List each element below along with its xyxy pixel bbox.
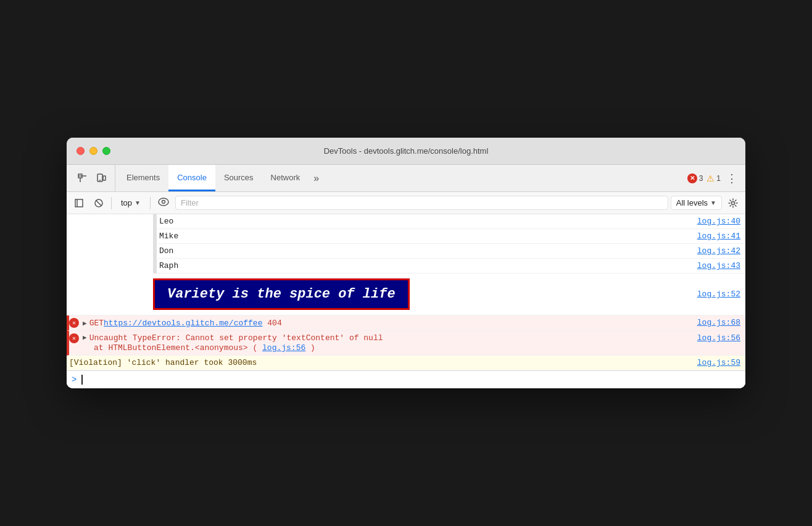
window-title: DevTools - devtools.glitch.me/console/lo…: [324, 146, 489, 156]
minimize-button[interactable]: [89, 147, 97, 155]
device-icon[interactable]: [93, 170, 110, 187]
log-levels-selector[interactable]: All levels ▼: [671, 196, 722, 210]
eye-icon[interactable]: [154, 198, 173, 209]
svg-rect-2: [103, 176, 106, 180]
error-icon-2: ✕: [69, 333, 79, 343]
input-prompt: >: [72, 375, 77, 385]
console-input-row: >: [67, 370, 745, 388]
variety-content: Variety is the spice of life: [153, 278, 685, 310]
expand-arrow-icon[interactable]: ▶: [83, 319, 87, 327]
tab-icon-group: [69, 165, 115, 191]
tab-console[interactable]: Console: [168, 165, 215, 191]
console-row: Don log.js:42: [157, 244, 745, 259]
variety-row: Variety is the spice of life log.js:52: [67, 273, 745, 315]
error-row-typeerror: ✕ ▶ Uncaught TypeError: Cannot set prope…: [67, 331, 745, 356]
filter-input[interactable]: [175, 196, 668, 210]
svg-line-7: [96, 200, 102, 206]
svg-point-8: [159, 198, 168, 206]
tab-sources[interactable]: Sources: [215, 165, 262, 191]
context-selector[interactable]: top ▼: [115, 196, 146, 210]
error-row-line2: at HTMLButtonElement.<anonymous> ( log.j…: [69, 343, 315, 353]
devtools-panel: Elements Console Sources Network » ✕ 3 ⚠: [67, 165, 745, 388]
tab-network[interactable]: Network: [262, 165, 309, 191]
tab-bar: Elements Console Sources Network » ✕ 3 ⚠: [67, 165, 745, 192]
error-row-get: ✕ ▶ GET https://devtools.glitch.me/coffe…: [67, 315, 745, 331]
sidebar-toggle-button[interactable]: [70, 194, 88, 212]
toolbar-divider-2: [150, 197, 151, 209]
tab-right-actions: ✕ 3 ⚠ 1 ⋮: [687, 165, 743, 191]
source-link-2[interactable]: log.js:56: [685, 333, 740, 343]
traffic-lights: [77, 147, 110, 155]
warning-triangle-icon: ⚠: [706, 173, 715, 183]
devtools-menu-button[interactable]: ⋮: [724, 171, 739, 186]
svg-point-10: [732, 201, 735, 204]
title-bar: DevTools - devtools.glitch.me/console/lo…: [67, 138, 745, 165]
console-toolbar: top ▼ All levels ▼: [67, 192, 745, 214]
warning-badge: ⚠ 1: [706, 173, 721, 183]
error-source-link[interactable]: log.js:56: [262, 343, 305, 353]
log-rows: Leo log.js:40 Mike log.js:41 D: [157, 214, 745, 273]
console-row: Leo log.js:40: [157, 214, 745, 229]
error-row-line1: ✕ ▶ Uncaught TypeError: Cannot set prope…: [69, 333, 740, 343]
toolbar-divider: [111, 197, 112, 209]
source-link[interactable]: log.js:68: [685, 318, 740, 327]
input-cursor: [81, 375, 83, 385]
violation-source-link[interactable]: log.js:59: [685, 358, 740, 367]
variety-source-link[interactable]: log.js:52: [685, 290, 740, 299]
tab-elements[interactable]: Elements: [118, 165, 168, 191]
console-row: Raph log.js:43: [157, 259, 745, 273]
error-url-link[interactable]: https://devtools.glitch.me/coffee: [104, 319, 262, 328]
more-tabs-button[interactable]: »: [309, 165, 324, 191]
maximize-button[interactable]: [102, 147, 110, 155]
close-button[interactable]: [77, 147, 85, 155]
svg-rect-4: [75, 199, 83, 207]
variety-box: Variety is the spice of life: [153, 278, 410, 310]
error-x-icon: ✕: [687, 173, 697, 183]
log-group: Leo log.js:40 Mike log.js:41 D: [67, 214, 745, 273]
inspect-icon[interactable]: [74, 170, 91, 187]
error-badge: ✕ 3: [687, 173, 703, 183]
console-output: Leo log.js:40 Mike log.js:41 D: [67, 214, 745, 388]
svg-point-9: [162, 200, 165, 203]
clear-console-button[interactable]: [90, 194, 107, 212]
source-link[interactable]: log.js:42: [685, 246, 740, 256]
console-row: Mike log.js:41: [157, 229, 745, 244]
devtools-window: DevTools - devtools.glitch.me/console/lo…: [67, 138, 745, 388]
violation-row: [Violation] 'click' handler took 3000ms …: [67, 356, 745, 370]
settings-button[interactable]: [724, 194, 742, 212]
error-icon: ✕: [69, 318, 79, 328]
source-link[interactable]: log.js:43: [685, 261, 740, 270]
source-link[interactable]: log.js:41: [685, 232, 740, 241]
expand-arrow-2-icon[interactable]: ▶: [83, 333, 87, 341]
source-link[interactable]: log.js:40: [685, 217, 740, 226]
